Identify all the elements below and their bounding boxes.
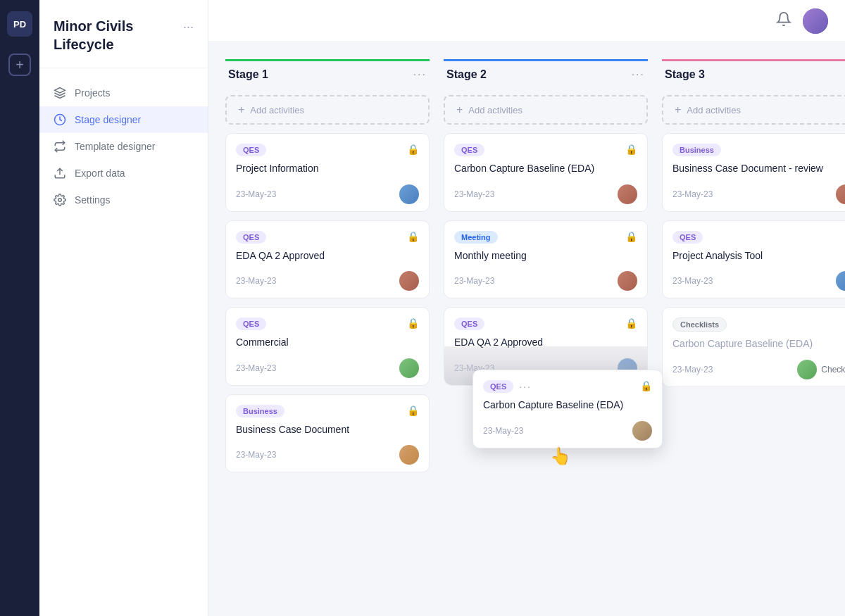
tag-qes: QES xyxy=(672,231,703,244)
card-date: 23-May-23 xyxy=(454,276,494,286)
sidebar-item-label-stage-designer: Stage designer xyxy=(75,114,141,125)
lock-icon: 🔒 xyxy=(407,318,419,329)
sidebar-item-label-projects: Projects xyxy=(75,87,111,99)
table-row[interactable]: QES 🔒 EDA QA 2 Approved 23-May-23 QES ··… xyxy=(444,307,648,386)
sidebar-item-template-designer[interactable]: Template designer xyxy=(39,133,208,160)
stage-3-header: Stage 3 ··· xyxy=(662,59,845,87)
sidebar-options-button[interactable]: ··· xyxy=(183,17,194,34)
rail-add-button[interactable]: + xyxy=(8,54,31,76)
notification-bell-icon[interactable] xyxy=(776,11,791,30)
card-date: 23-May-23 xyxy=(483,426,523,436)
table-row[interactable]: Business 🔒 Business Case Document 23-May… xyxy=(225,394,430,473)
sidebar-item-stage-designer[interactable]: Stage designer xyxy=(39,106,208,133)
table-row[interactable]: QES 🔒 Commercial 23-May-23 xyxy=(225,307,430,386)
card-date: 23-May-23 xyxy=(236,363,276,373)
plus-icon: + xyxy=(238,103,244,116)
stage-1-options-button[interactable]: ··· xyxy=(413,68,427,81)
card-date: 23-May-23 xyxy=(236,450,276,460)
stage-2-add-label: Add activities xyxy=(468,105,522,115)
loop-icon xyxy=(54,140,66,153)
stage-2-column: Stage 2 ··· + Add activities QES 🔒 Carbo… xyxy=(444,59,648,599)
card-date: 23-May-23 xyxy=(672,365,713,375)
sidebar-item-settings[interactable]: Settings xyxy=(39,187,208,213)
lock-icon: 🔒 xyxy=(407,144,419,155)
card-date: 23-May-23 xyxy=(454,189,494,199)
stage-2-header: Stage 2 ··· xyxy=(444,59,648,87)
drag-cursor-icon: 👆 xyxy=(550,446,571,466)
board: Stage 1 ··· + Add activities QES 🔒 Proje… xyxy=(208,42,845,616)
stage-2-options-button[interactable]: ··· xyxy=(632,68,645,81)
card-title: EDA QA 2 Approved xyxy=(236,249,419,263)
sidebar-header: Minor CivilsLifecycle ··· xyxy=(39,0,208,68)
icon-rail: PD + xyxy=(0,0,39,616)
sidebar-nav: Projects Stage designer Template designe… xyxy=(39,68,208,225)
table-row[interactable]: QES 🔒 Project Analysis Tool 23-May-23 xyxy=(662,220,845,299)
tag-checklists: Checklists xyxy=(672,318,727,332)
avatar xyxy=(836,184,845,204)
avatar xyxy=(632,421,652,441)
stage-3-column: Stage 3 ··· + Add activities Business 🔒 … xyxy=(662,59,845,599)
card-title: Commercial xyxy=(236,336,419,350)
gear-icon xyxy=(54,194,66,206)
stage-2-title: Stage 2 xyxy=(446,68,487,81)
tag-qes: QES xyxy=(236,144,266,156)
stage-3-title: Stage 3 xyxy=(665,68,705,81)
tag-qes: QES xyxy=(454,318,484,330)
sidebar-title: Minor CivilsLifecycle xyxy=(54,17,133,54)
avatar xyxy=(399,271,419,291)
sidebar-item-export-data[interactable]: Export data xyxy=(39,160,208,187)
tag-meeting: Meeting xyxy=(454,231,498,244)
lock-icon: 🔒 xyxy=(625,318,637,329)
sidebar-item-label-export-data: Export data xyxy=(75,168,125,179)
stage-1-title: Stage 1 xyxy=(228,68,268,81)
tag-qes: QES xyxy=(236,231,266,244)
avatar xyxy=(399,358,419,378)
avatar xyxy=(797,360,817,379)
plus-icon: + xyxy=(675,103,681,116)
card-date: 23-May-23 xyxy=(672,189,713,199)
stage-1-header: Stage 1 ··· xyxy=(225,59,430,87)
plus-icon: + xyxy=(456,103,463,116)
card-title: Business Case Document xyxy=(236,423,419,437)
svg-point-3 xyxy=(58,199,62,202)
sidebar-item-label-template-designer: Template designer xyxy=(75,141,155,152)
tag-qes: QES xyxy=(483,380,513,393)
sidebar-item-projects[interactable]: Projects xyxy=(39,80,208,106)
card-title: Business Case Document - review xyxy=(672,162,845,176)
stage-1-add-label: Add activities xyxy=(250,105,304,115)
table-row[interactable]: QES 🔒 EDA QA 2 Approved 23-May-23 xyxy=(225,220,430,299)
tag-business: Business xyxy=(672,144,721,156)
card-title: Carbon Capture Baseline (EDA) xyxy=(483,398,652,413)
upload-icon xyxy=(54,167,66,180)
lock-icon: 🔒 xyxy=(407,231,419,242)
tag-qes: QES xyxy=(454,144,484,156)
table-row[interactable]: QES 🔒 Carbon Capture Baseline (EDA) 23-M… xyxy=(444,133,648,212)
table-row[interactable]: Checklists 🔒 Carbon Capture Baseline (ED… xyxy=(662,307,845,387)
lock-icon: 🔒 xyxy=(640,380,652,391)
table-row[interactable]: Business 🔒 Business Case Document - revi… xyxy=(662,133,845,212)
avatar xyxy=(399,184,419,204)
stage-2-add-activities-button[interactable]: + Add activities xyxy=(444,95,648,125)
lock-icon: 🔒 xyxy=(625,144,637,155)
card-title: Project Information xyxy=(236,162,419,176)
stage-3-add-label: Add activities xyxy=(687,105,741,115)
table-row[interactable]: Meeting 🔒 Monthly meeting 23-May-23 xyxy=(444,220,648,299)
stage-1-add-activities-button[interactable]: + Add activities xyxy=(225,95,430,125)
tag-qes: QES xyxy=(236,318,266,330)
layers-icon xyxy=(54,87,66,99)
spinner-icon xyxy=(54,113,66,126)
dragged-card-options[interactable]: ··· xyxy=(519,381,532,392)
card-date: 23-May-23 xyxy=(236,276,276,286)
card-title: Carbon Capture Baseline (EDA) xyxy=(454,162,637,176)
user-avatar[interactable] xyxy=(803,8,828,34)
checklist-label: Checklist xyxy=(821,365,845,375)
avatar xyxy=(618,271,637,291)
svg-marker-0 xyxy=(55,88,65,94)
card-date: 23-May-23 xyxy=(672,276,713,286)
avatar xyxy=(618,184,637,204)
table-row[interactable]: QES 🔒 Project Information 23-May-23 xyxy=(225,133,430,212)
stage-3-add-activities-button[interactable]: + Add activities xyxy=(662,95,845,125)
sidebar: Minor CivilsLifecycle ··· Projects Stage… xyxy=(39,0,208,616)
logo-badge: PD xyxy=(7,11,32,37)
avatar xyxy=(399,445,419,465)
